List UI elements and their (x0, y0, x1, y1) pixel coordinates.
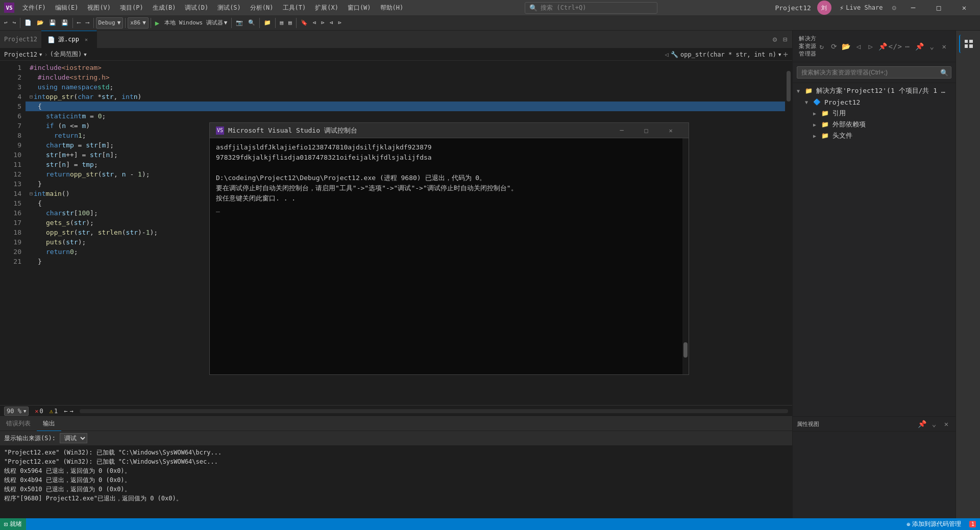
editor-split-icon[interactable]: ⊟ (780, 34, 790, 44)
sidebar-nav-back[interactable]: ◁ (853, 41, 864, 52)
output-line-3: 线程 0x5964 已退出，返回值为 0 (0x0)。 (4, 466, 788, 475)
tree-header-files[interactable]: ▶ 📁 头文件 (793, 130, 955, 141)
sidebar-pin2-icon[interactable]: 📌 (915, 41, 925, 52)
menu-help[interactable]: 帮助(H) (376, 3, 408, 13)
debug-scrollbar[interactable] (682, 138, 689, 374)
run-label-btn[interactable]: 本地 Windows 调试器 ▼ (162, 17, 229, 29)
zoom-arrow: ▼ (23, 409, 26, 414)
line-num-19: 19 (0, 237, 21, 247)
menu-edit[interactable]: 编辑(E) (51, 3, 83, 13)
sidebar-folder-icon[interactable]: 📂 (841, 41, 851, 52)
debug-restore-btn[interactable]: □ (634, 123, 658, 138)
run-label: 本地 Windows 调试器 (164, 19, 223, 27)
restore-button[interactable]: □ (927, 0, 950, 15)
tab-source-cpp[interactable]: 📄 源.cpp ✕ (41, 31, 97, 48)
zoom-dropdown[interactable]: 90 % ▼ (4, 407, 29, 416)
toolbar-btn-nav1[interactable]: ⊲ (311, 17, 318, 29)
platform-dropdown[interactable]: x86 ▼ (128, 17, 149, 29)
tree-solution[interactable]: ▼ 📁 解决方案'Project12'(1 个项目/共 1 个) (793, 85, 955, 96)
toolbar-save-all[interactable]: 💾 (59, 17, 70, 29)
menu-file[interactable]: 文件(F) (18, 3, 50, 13)
tab-error-list[interactable]: 错误列表 (0, 417, 37, 431)
toolbar-btn-align[interactable]: ▤ (278, 17, 285, 29)
toolbar-btn-cam[interactable]: 📷 (234, 17, 245, 29)
pv-chevron-icon[interactable]: ⌄ (929, 419, 939, 429)
close-button[interactable]: ✕ (952, 0, 976, 15)
debug-close-btn[interactable]: ✕ (659, 123, 682, 138)
debug-content-area[interactable]: asdfjilajsldfJklajiefio1238747810ajdsilf… (210, 138, 682, 374)
tab-close-icon[interactable]: ✕ (82, 36, 90, 44)
toolbar-btn-search2[interactable]: 🔍 (246, 17, 257, 29)
chevron-left-icon[interactable]: ◁ (665, 51, 669, 58)
sidebar-pin-icon[interactable]: 📌 (878, 41, 888, 52)
sidebar-refresh-icon[interactable]: ⟳ (829, 41, 839, 52)
menu-tools[interactable]: 工具(T) (279, 3, 310, 13)
toolbar-btn-nav4[interactable]: ⊳ (336, 17, 344, 29)
sidebar-search-input[interactable] (797, 66, 951, 79)
function-dropdown[interactable]: 🔧 opp_str(char * str, int n) ▼ (671, 51, 781, 58)
toolbar-open[interactable]: 📂 (35, 17, 46, 29)
git-status[interactable]: ⊡ 就绪 (0, 518, 26, 530)
menu-test[interactable]: 测试(S) (213, 3, 245, 13)
ref-icon: 📁 (821, 110, 830, 117)
toolbar-btn-nav3[interactable]: ⊲ (328, 17, 335, 29)
h-scrollbar[interactable] (80, 409, 788, 414)
sidebar-nav-fwd[interactable]: ▷ (866, 41, 876, 52)
nav-fwd-icon[interactable]: → (70, 408, 74, 415)
pv-close-icon[interactable]: ✕ (941, 419, 951, 429)
scope-dropdown[interactable]: (全局范围) ▼ (50, 50, 87, 59)
toolbar-redo[interactable]: ↪ (11, 17, 18, 29)
live-share-button[interactable]: ⚡ Live Share (836, 3, 887, 13)
error-badge[interactable]: ✕ 0 (35, 408, 43, 415)
toolbar-btn-bookmark[interactable]: 🔖 (299, 17, 310, 29)
status-notification[interactable]: 1 (965, 518, 980, 530)
toolbar-save[interactable]: 💾 (47, 17, 58, 29)
line-num-14: 14 (0, 189, 21, 198)
editor-vertical-scrollbar[interactable] (785, 61, 792, 405)
menu-view[interactable]: 视图(V) (83, 3, 115, 13)
tree-references[interactable]: ▶ 📁 引用 (793, 108, 955, 119)
add-icon[interactable]: + (783, 49, 788, 59)
debug-config-dropdown[interactable]: Debug ▼ (96, 17, 124, 29)
sidebar-more-icon[interactable]: ⋯ (902, 41, 913, 52)
sidebar-code-icon[interactable]: </> (890, 41, 900, 52)
run-button[interactable]: ▶ (153, 17, 161, 29)
editor-gear-icon[interactable]: ⚙ (770, 34, 780, 44)
menu-window[interactable]: 窗口(W) (344, 3, 375, 13)
settings-icon[interactable]: ⚙ (889, 4, 899, 12)
line-num-5: 5 (0, 102, 21, 111)
toolbar-new[interactable]: 📄 (22, 17, 34, 29)
menu-build[interactable]: 生成(B) (149, 3, 180, 13)
sidebar-close-panel-icon[interactable]: ✕ (939, 41, 949, 52)
output-content[interactable]: "Project12.exe" (Win32): 已加载 "C:\Windows… (0, 446, 792, 518)
menu-debug[interactable]: 调试(D) (181, 3, 212, 13)
tab-output[interactable]: 输出 (37, 417, 61, 431)
minimize-button[interactable]: ─ (901, 0, 925, 15)
pv-pin-icon[interactable]: 📌 (917, 419, 927, 429)
sidebar-sync-icon[interactable]: ↻ (817, 41, 827, 52)
toolbar-btn-align2[interactable]: ▤ (286, 17, 294, 29)
debug-minimize-btn[interactable]: ─ (610, 123, 633, 138)
platform-arrow: ▼ (142, 19, 146, 26)
output-source-select[interactable]: 调试 (60, 433, 87, 443)
solution-expand-icon: ▼ (797, 88, 805, 94)
debug-scrollbar-thumb (683, 342, 688, 358)
toolbar-btn-nav2[interactable]: ⊳ (319, 17, 327, 29)
status-add-source[interactable]: ⊕ 添加到源代码管理 (902, 518, 965, 530)
tree-project[interactable]: ▼ 🔷 Project12 (793, 96, 955, 108)
activity-explorer[interactable] (959, 35, 977, 53)
line-num-10: 10 (0, 150, 21, 160)
menu-project[interactable]: 项目(P) (116, 3, 148, 13)
tree-external-deps[interactable]: ▶ 📁 外部依赖项 (793, 119, 955, 130)
menu-extensions[interactable]: 扩展(X) (311, 3, 342, 13)
sidebar-chevron-icon[interactable]: ⌄ (927, 41, 937, 52)
warning-badge[interactable]: ⚠ 1 (50, 408, 58, 415)
menu-analyze[interactable]: 分析(N) (246, 3, 278, 13)
toolbar-history-fwd[interactable]: ⟶ (84, 17, 91, 29)
nav-back-icon[interactable]: ← (64, 408, 67, 415)
toolbar-history-back[interactable]: ⟵ (75, 17, 83, 29)
toolbar-undo[interactable]: ↩ (2, 17, 10, 29)
toolbar-btn-add[interactable]: 📁 (262, 17, 273, 29)
live-share-icon: ⚡ (840, 4, 844, 12)
project-dropdown[interactable]: Project12 ▼ (4, 51, 42, 58)
